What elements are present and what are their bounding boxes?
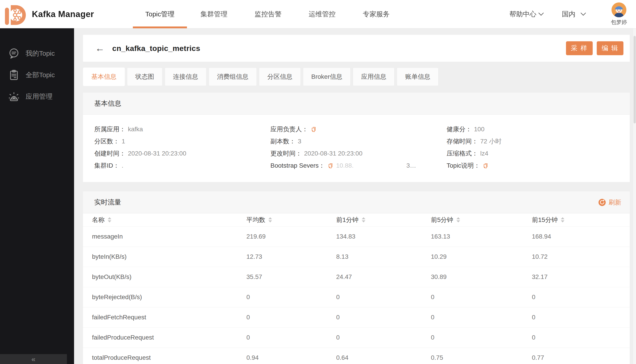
col-header-last-5min: 前5分钟 — [431, 216, 453, 224]
tab-billing-info[interactable]: 账单信息 — [397, 68, 438, 86]
tab-basic-info[interactable]: 基本信息 — [83, 68, 125, 86]
nav-cluster-management[interactable]: 集群管理 — [187, 0, 241, 28]
kafka-manager-logo-icon — [4, 3, 26, 25]
field-owner-app: 所属应用： kafka — [94, 123, 270, 135]
col-header-last-1min: 前1分钟 — [336, 216, 358, 224]
sort-control[interactable] — [561, 217, 564, 222]
tab-partition-info[interactable]: 分区信息 — [259, 68, 301, 86]
sample-button[interactable]: 采 样 — [566, 41, 593, 55]
field-create-time: 创建时间： 2020-08-31 20:23:00 — [94, 148, 270, 160]
sort-control[interactable] — [456, 217, 460, 222]
field-health-score: 健康分： 100 — [446, 123, 623, 135]
sidebar-item-all-topic[interactable]: 全部Topic — [0, 64, 74, 86]
realtime-traffic-card: 实时流量 刷新 名称 平均 — [83, 192, 630, 364]
avatar[interactable] — [612, 2, 626, 17]
help-center-menu[interactable]: 帮助中心 — [510, 10, 544, 19]
tab-connection-info[interactable]: 连接信息 — [165, 68, 206, 86]
bootstrap-servers-truncated: 3… — [406, 162, 416, 169]
col-header-last-15min: 前15分钟 — [532, 216, 558, 224]
table-row: totalProduceRequest 0.94 0.64 0.75 0.77 — [83, 348, 630, 364]
scrollbar-thumb[interactable] — [634, 36, 636, 124]
tab-broker-info[interactable]: Broker信息 — [303, 68, 350, 86]
page-header: ← cn_kafka_topic_metrics 采 样 编 辑 — [83, 35, 630, 62]
alarm-icon — [8, 91, 20, 102]
tab-status-chart[interactable]: 状态图 — [127, 68, 162, 86]
brand-name: Kafka Manager — [32, 10, 94, 19]
avatar-image — [612, 2, 626, 17]
chat-bubble-icon — [8, 48, 20, 59]
table-row: failedFetchRequest 0 0 0 0 — [83, 307, 630, 328]
main-content: ← cn_kafka_topic_metrics 采 样 编 辑 基本信息 状态… — [74, 28, 636, 364]
refresh-button[interactable]: 刷新 — [598, 198, 621, 207]
field-partition-count: 分区数： 1 — [94, 135, 270, 148]
edit-button[interactable]: 编 辑 — [597, 41, 624, 55]
topic-detail-tabs: 基本信息 状态图 连接信息 消费组信息 分区信息 Broker信息 应用信息 账… — [83, 68, 630, 86]
table-row: messageIn 219.69 134.83 163.13 168.94 — [83, 226, 630, 247]
copy-icon[interactable] — [310, 126, 317, 133]
sort-control[interactable] — [362, 217, 365, 222]
nav-expert-service[interactable]: 专家服务 — [349, 0, 403, 28]
nav-ops-control[interactable]: 运维管控 — [295, 0, 349, 28]
realtime-traffic-section-title: 实时流量 刷新 — [83, 192, 630, 214]
sidebar: 我的Topic 全部Topic — [0, 28, 74, 364]
table-row: byteRejected(B/s) 0 0 0 0 — [83, 287, 630, 307]
col-header-average: 平均数 — [246, 216, 265, 224]
basic-info-section-title: 基本信息 — [83, 93, 630, 115]
sort-control[interactable] — [108, 217, 111, 222]
user-box: 包梦婷 — [611, 2, 627, 26]
nav-topic-management[interactable]: Topic管理 — [133, 0, 187, 28]
field-topic-description: Topic说明： — [446, 160, 623, 172]
copy-icon[interactable] — [327, 162, 334, 169]
field-replica-count: 副本数： 3 — [270, 135, 446, 148]
tab-app-info[interactable]: 应用信息 — [353, 68, 394, 86]
brand[interactable]: Kafka Manager — [0, 3, 126, 25]
sidebar-item-my-topic[interactable]: 我的Topic — [0, 43, 74, 64]
page-actions: 采 样 编 辑 — [566, 41, 624, 55]
chevron-down-icon — [580, 12, 586, 16]
tab-consumer-group-info[interactable]: 消费组信息 — [209, 68, 257, 86]
field-cluster-id: 集群ID： . — [94, 160, 270, 172]
back-arrow-icon[interactable]: ← — [95, 44, 104, 53]
chevron-down-icon — [538, 12, 544, 16]
clipboard-icon — [8, 69, 20, 81]
field-modify-time: 更改时间： 2020-08-31 20:23:00 — [270, 148, 446, 160]
sort-control[interactable] — [268, 217, 272, 222]
col-header-name: 名称 — [92, 216, 104, 224]
sidebar-item-app-management[interactable]: 应用管理 — [0, 86, 74, 107]
main-nav: Topic管理 集群管理 监控告警 运维管控 专家服务 — [133, 0, 403, 28]
scrollbar[interactable] — [633, 0, 636, 364]
basic-info-grid: 所属应用： kafka 分区数： 1 创建时间： 2020-08-31 20:2… — [83, 115, 630, 182]
region-select[interactable]: 国内 — [562, 10, 586, 19]
top-bar-right: 帮助中心 国内 — [510, 2, 636, 26]
kafka-manager-app: Kafka Manager Topic管理 集群管理 监控告警 运维管控 专家服… — [0, 0, 636, 364]
sidebar-collapse-button[interactable]: « — [0, 354, 67, 364]
top-bar: Kafka Manager Topic管理 集群管理 监控告警 运维管控 专家服… — [0, 0, 636, 28]
traffic-table: 名称 平均数 前1分钟 前5分钟 前15分钟 messageIn 219.69 … — [83, 214, 630, 364]
field-compression-format: 压缩格式： lz4 — [446, 148, 623, 160]
nav-monitor-alert[interactable]: 监控告警 — [241, 0, 295, 28]
field-app-owner: 应用负责人： — [270, 123, 446, 135]
traffic-table-header-row: 名称 平均数 前1分钟 前5分钟 前15分钟 — [83, 214, 630, 226]
table-row: byteIn(KB/s) 12.73 8.13 10.29 10.72 — [83, 247, 630, 267]
copy-icon[interactable] — [482, 162, 489, 169]
basic-info-card: 基本信息 所属应用： kafka 分区数： 1 创建时间： — [83, 93, 630, 182]
collapse-left-icon: « — [32, 356, 36, 363]
refresh-icon — [598, 198, 606, 206]
page-title: cn_kafka_topic_metrics — [112, 44, 200, 53]
field-retention-time: 存储时间： 72 小时 — [446, 135, 623, 148]
table-row: byteOut(KB/s) 35.57 24.47 30.89 32.17 — [83, 267, 630, 287]
username: 包梦婷 — [611, 19, 627, 26]
table-row: failedProduceRequest 0 0 0 0 — [83, 328, 630, 348]
field-bootstrap-servers: Bootstrap Severs： 10.88. 3… — [270, 160, 446, 172]
